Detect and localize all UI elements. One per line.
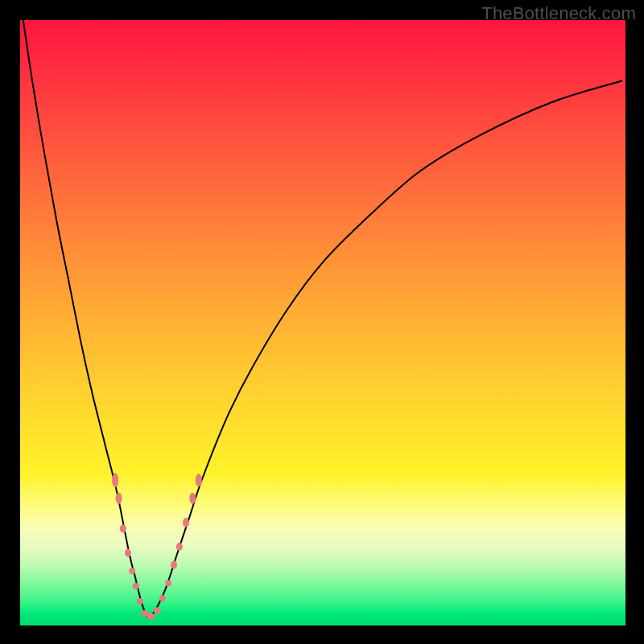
highlight-marker [176, 543, 183, 551]
highlight-marker [147, 613, 155, 620]
highlight-marker [137, 598, 143, 605]
chart-frame: TheBottleneck.com [0, 0, 644, 644]
highlight-marker [159, 595, 166, 601]
curve-svg [20, 20, 625, 625]
highlight-marker [154, 607, 161, 613]
highlight-marker [189, 493, 196, 504]
highlight-marker [133, 583, 139, 589]
highlight-marker [183, 518, 189, 527]
bottleneck-curve [23, 20, 622, 617]
highlight-marker [125, 549, 131, 557]
watermark-text: TheBottleneck.com [481, 3, 636, 24]
highlight-marker [112, 473, 118, 488]
marker-layer [112, 473, 202, 620]
highlight-marker [129, 568, 135, 574]
highlight-marker [165, 580, 171, 586]
plot-area [20, 20, 625, 625]
highlight-marker [171, 561, 177, 569]
highlight-marker [196, 474, 202, 487]
highlight-marker [116, 493, 122, 504]
highlight-marker [120, 525, 126, 533]
